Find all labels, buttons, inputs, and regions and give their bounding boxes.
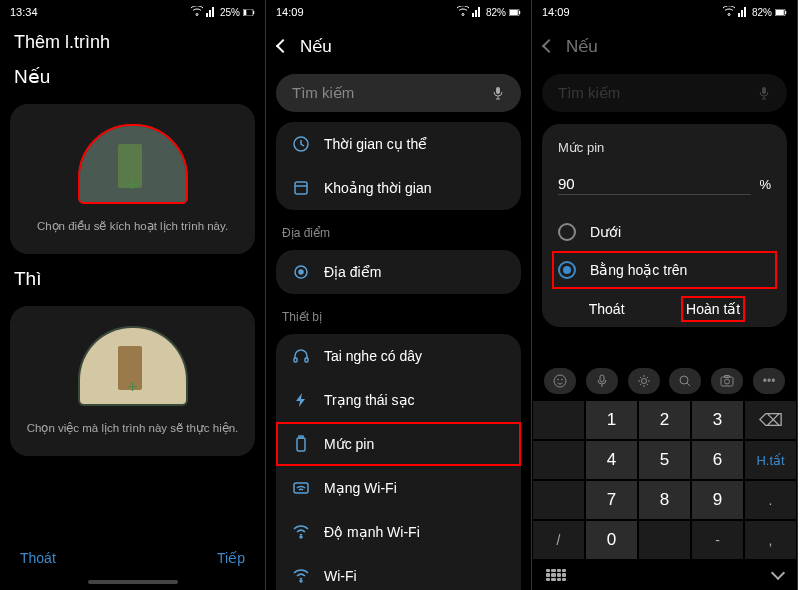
then-card[interactable]: + Chọn việc mà lịch trình này sẽ thực hi… <box>10 306 255 456</box>
svg-rect-1 <box>244 9 247 14</box>
key-7[interactable]: 7 <box>585 480 638 520</box>
item-wifi-network[interactable]: Mạng Wi-Fi <box>276 466 521 510</box>
numeric-keypad: 1 2 3 ⌫ 4 5 6 H.tất 7 8 9 . / 0 - , <box>532 400 797 560</box>
modal-title: Mức pin <box>558 140 771 155</box>
item-charging-status[interactable]: Trạng thái sạc <box>276 378 521 422</box>
key-9[interactable]: 9 <box>691 480 744 520</box>
footer-bar: Thoát Tiếp <box>0 536 265 580</box>
svg-point-29 <box>725 379 730 384</box>
more-icon[interactable]: ••• <box>753 368 785 394</box>
key-6[interactable]: 6 <box>691 440 744 480</box>
svg-rect-28 <box>721 377 733 386</box>
battery-modal: Mức pin % Dưới Bằng hoặc trên Thoát Hoàn… <box>542 124 787 327</box>
voice-icon[interactable] <box>586 368 618 394</box>
if-illustration[interactable]: + <box>78 124 188 204</box>
key-backspace[interactable]: ⌫ <box>744 400 797 440</box>
camera-icon[interactable] <box>711 368 743 394</box>
list-label: Thời gian cụ thể <box>324 136 427 152</box>
svg-point-26 <box>641 379 646 384</box>
bolt-icon <box>292 391 310 409</box>
if-caption: Chọn điều sẽ kích hoạt lịch trình này. <box>37 218 228 234</box>
battery-icon <box>509 7 521 18</box>
item-wifi-strength[interactable]: Độ mạnh Wi-Fi <box>276 510 521 554</box>
svg-rect-11 <box>294 358 297 362</box>
headphones-icon <box>292 347 310 365</box>
key-3[interactable]: 3 <box>691 400 744 440</box>
list-label: Độ mạnh Wi-Fi <box>324 524 420 540</box>
key-slash[interactable]: / <box>532 520 585 560</box>
radio-icon <box>558 223 576 241</box>
svg-point-22 <box>554 375 566 387</box>
screen-battery-level-modal: 14:09 82% Nếu Tìm kiếm Mức pin % Dưới <box>532 0 798 590</box>
keyboard-switch-icon[interactable] <box>546 569 566 581</box>
search-icon[interactable] <box>669 368 701 394</box>
item-time-range[interactable]: Khoảng thời gian <box>276 166 521 210</box>
svg-rect-4 <box>510 9 518 14</box>
status-battery: 82% <box>486 7 506 18</box>
cancel-button[interactable]: Thoát <box>589 301 625 317</box>
search-input[interactable]: Tìm kiếm <box>276 74 521 112</box>
back-button[interactable] <box>276 39 290 53</box>
svg-rect-6 <box>496 87 500 94</box>
screen-condition-list: 14:09 82% Nếu Tìm kiếm Thời gian cụ thể <box>266 0 532 590</box>
wifi-icon <box>457 6 469 18</box>
item-specific-time[interactable]: Thời gian cụ thể <box>276 122 521 166</box>
key-comma[interactable]: , <box>744 520 797 560</box>
status-time: 14:09 <box>542 6 570 18</box>
dismiss-keyboard-icon[interactable] <box>771 566 785 580</box>
radio-under[interactable]: Dưới <box>558 213 771 251</box>
key-8[interactable]: 8 <box>638 480 691 520</box>
radio-icon <box>558 261 576 279</box>
item-battery-level[interactable]: Mức pin <box>276 422 521 466</box>
key-dash[interactable]: - <box>691 520 744 560</box>
next-button[interactable]: Tiếp <box>217 550 245 566</box>
status-time: 14:09 <box>276 6 304 18</box>
key-empty <box>532 400 585 440</box>
range-icon <box>292 179 310 197</box>
key-done[interactable]: H.tất <box>744 440 797 480</box>
battery-value-input[interactable] <box>558 173 751 195</box>
key-empty <box>532 440 585 480</box>
radio-label: Bằng hoặc trên <box>590 262 687 278</box>
item-wifi[interactable]: Wi-Fi <box>276 554 521 590</box>
wifi-icon <box>292 523 310 541</box>
settings-icon[interactable] <box>628 368 660 394</box>
signal-icon <box>738 7 749 17</box>
key-4[interactable]: 4 <box>585 440 638 480</box>
svg-rect-20 <box>785 11 786 14</box>
svg-rect-25 <box>600 375 604 382</box>
svg-rect-13 <box>297 438 305 451</box>
key-0[interactable]: 0 <box>585 520 638 560</box>
battery-icon <box>292 435 310 453</box>
back-button <box>542 39 556 53</box>
status-bar: 13:34 25% <box>0 0 265 24</box>
page-title: Thêm l.trình <box>0 24 265 57</box>
mic-icon[interactable] <box>491 86 505 100</box>
key-empty <box>638 520 691 560</box>
done-button[interactable]: Hoàn tất <box>686 301 740 317</box>
emoji-icon[interactable] <box>544 368 576 394</box>
item-location[interactable]: Địa điểm <box>276 250 521 294</box>
item-wired-headphones[interactable]: Tai nghe có dây <box>276 334 521 378</box>
key-1[interactable]: 1 <box>585 400 638 440</box>
search-placeholder: Tìm kiếm <box>292 84 354 102</box>
exit-button[interactable]: Thoát <box>20 550 56 566</box>
if-card[interactable]: + Chọn điều sẽ kích hoạt lịch trình này. <box>10 104 255 254</box>
mic-icon <box>757 86 771 100</box>
key-dot[interactable]: . <box>744 480 797 520</box>
svg-point-23 <box>557 379 559 381</box>
then-illustration[interactable]: + <box>78 326 188 406</box>
nav-handle[interactable] <box>88 580 178 584</box>
list-label: Trạng thái sạc <box>324 392 415 408</box>
status-bar: 14:09 82% <box>266 0 531 24</box>
battery-icon <box>243 7 255 18</box>
svg-rect-15 <box>294 483 308 493</box>
key-5[interactable]: 5 <box>638 440 691 480</box>
key-2[interactable]: 2 <box>638 400 691 440</box>
radio-at-or-above[interactable]: Bằng hoặc trên <box>552 251 777 289</box>
header: Nếu <box>532 24 797 68</box>
screen-add-routine: 13:34 25% Thêm l.trình Nếu + Chọn điều s… <box>0 0 266 590</box>
clock-icon <box>292 135 310 153</box>
svg-rect-5 <box>519 11 520 14</box>
device-block: Tai nghe có dây Trạng thái sạc Mức pin M… <box>276 334 521 590</box>
